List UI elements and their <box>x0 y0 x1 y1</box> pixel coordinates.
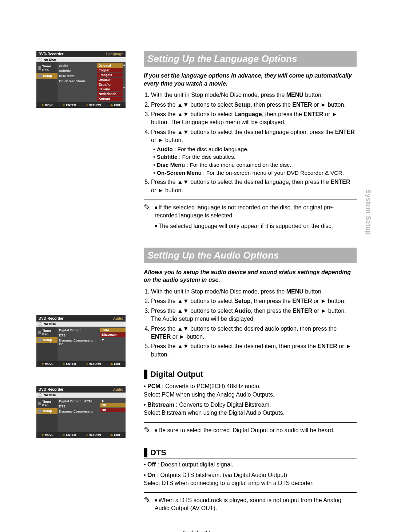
clock-icon <box>38 66 41 70</box>
sub-item: Disc Menu : For the disc menu contained … <box>153 161 357 169</box>
opt-arrow: ► <box>100 399 126 403</box>
steps-language: With the unit in Stop mode/No Disc mode,… <box>144 91 357 194</box>
row-dts: DTS <box>59 333 99 338</box>
clock-icon <box>38 402 41 405</box>
opt-original: Original <box>97 63 123 68</box>
steps-audio: With the unit in Stop mode/No Disc mode,… <box>144 288 357 359</box>
heading-dts: DTS <box>144 448 357 457</box>
menu-discmenu: Disc Menu <box>59 74 96 79</box>
opt-on: On <box>100 408 126 412</box>
note: The selected language will only appear i… <box>155 222 357 230</box>
side-item-timer: Timer Rec. <box>36 328 57 337</box>
side-tab: System Setup <box>364 189 372 235</box>
menu-onscreen: On-Screen Menu <box>59 79 96 84</box>
opt-italiano: Italiano <box>97 87 123 91</box>
side-item-setup: Setup <box>36 408 57 414</box>
side-item-timer: Timer Rec. <box>36 399 57 408</box>
row-dts: DTS <box>59 404 99 409</box>
osd-language: DVD-Recorder Language No Disc Timer Rec.… <box>36 51 126 108</box>
sub-item: On-Screen Menu : For the on-screen menu … <box>153 169 357 177</box>
sub-item: Audio : For the disc audio language. <box>153 145 357 153</box>
bullet: On : Outputs DTS bitstream. (via Digital… <box>144 471 357 488</box>
opt-arrow: ► <box>100 337 126 342</box>
intro-audio: Allows you to setup the audio device and… <box>144 268 357 284</box>
step: Press the ▲▼ buttons to select the desir… <box>151 128 357 177</box>
step: Press the ▲▼ buttons to select Audio, th… <box>151 307 357 323</box>
bullet: Off : Doesn't output digital signal. <box>144 461 357 469</box>
opt-espanol: Español <box>97 82 123 87</box>
note-icon: ✎ <box>144 204 150 233</box>
osd-title: DVD-Recorder <box>39 52 63 56</box>
intro-language: If you set the language options in advan… <box>144 72 357 87</box>
note: If the selected language is not recorded… <box>155 204 357 219</box>
step: Press the ▲▼ buttons to select the desir… <box>151 342 357 359</box>
exit-hint: ⏏ EXIT <box>110 103 120 107</box>
clock-icon <box>38 331 41 334</box>
opt-off: Off <box>100 403 126 407</box>
page-footer: English - 27 <box>36 530 357 532</box>
disc-icon <box>39 58 42 62</box>
osd-audio-dts: DVD-Recorder Audio No Disc Timer Rec. Se… <box>36 386 126 438</box>
note-icon: ✎ <box>144 426 150 437</box>
side-item-setup: Setup <box>36 337 57 343</box>
menu-subtitle: Subtitle <box>59 68 96 74</box>
osd-audio-digital: DVD-Recorder Audio No Disc Timer Rec. Se… <box>36 315 126 367</box>
note: Be sure to select the correct Digital Ou… <box>155 426 334 434</box>
heading-language: Setting Up the Language Options <box>144 51 357 67</box>
opt-english: English <box>97 68 123 72</box>
disc-icon <box>39 393 42 397</box>
osd-category: Language <box>106 52 123 56</box>
side-item-setup: Setup <box>36 73 57 79</box>
bullet: PCM : Converts to PCM(2CH) 48kHz audio.S… <box>144 382 357 399</box>
side-item-timer: Timer Rec. <box>36 63 57 73</box>
step: With the unit in Stop mode/No Disc mode,… <box>151 288 357 296</box>
heading-audio: Setting Up the Audio Options <box>144 248 357 263</box>
step: Press the ▲▼ buttons to select the desir… <box>151 178 357 194</box>
note: When a DTS soundtrack is played, sound i… <box>155 496 357 512</box>
move-hint: ✥ MOVE <box>41 103 53 107</box>
row-digital-output: Digital Output : PCM <box>59 399 99 404</box>
sub-item: Subtitle : For the disc subtitles. <box>153 153 357 161</box>
step: Press the ▲▼ buttons to select Language,… <box>151 110 357 127</box>
opt-bitstream: Bitstream <box>100 332 126 337</box>
return-hint: ↺ RETURN <box>86 103 101 107</box>
opt-francais: Français <box>97 73 123 77</box>
row-dyncomp: Dynamic Compression <box>59 409 99 414</box>
step: Press the ▲▼ buttons to select the desir… <box>151 325 357 341</box>
row-digital-output: Digital Output <box>59 328 99 333</box>
opt-nederlands: Nederlands <box>97 92 123 96</box>
menu-audio: Audio <box>59 63 96 68</box>
gear-icon <box>38 338 42 342</box>
step: Press the ▲▼ buttons to select Setup, th… <box>151 101 357 109</box>
step: With the unit in Stop mode/No Disc mode,… <box>151 91 357 99</box>
heading-digital-output: Digital Output <box>144 370 357 379</box>
step: Press the ▲▼ buttons to select Setup, th… <box>151 297 357 305</box>
enter-hint: ⊕ ENTER <box>63 103 76 107</box>
gear-icon <box>38 74 42 78</box>
bullet: Bitstream : Converts to Dolby Digital Bi… <box>144 401 357 417</box>
opt-pcm: PCM <box>100 328 126 332</box>
gear-icon <box>38 409 42 413</box>
row-dyncomp: Dynamic Compression : On <box>59 338 99 347</box>
opt-deutsch: Deutsch <box>97 78 123 82</box>
opt-korean: Korean <box>97 96 123 101</box>
disc-icon <box>39 322 42 326</box>
note-icon: ✎ <box>144 496 150 515</box>
